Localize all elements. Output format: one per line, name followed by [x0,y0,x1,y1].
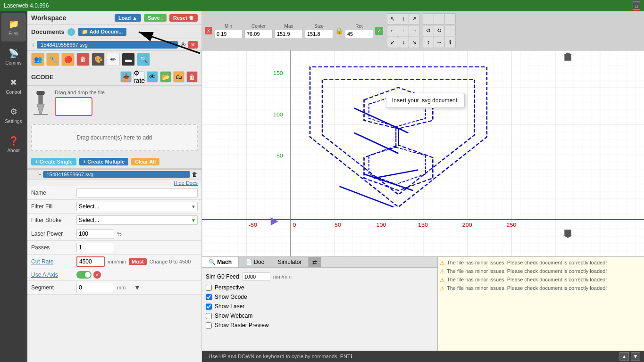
filter-fill-select[interactable]: Select... [76,202,198,211]
rotate-cw-btn[interactable]: ↻ [434,25,445,36]
gcode-btn-generate[interactable]: ⚙ rate [134,71,145,82]
file-delete-icon[interactable]: ✕ [188,41,198,49]
dir-sw[interactable]: ↙ [387,37,398,48]
dir-se[interactable]: ↘ [409,37,420,48]
create-multiple-button[interactable]: + Create Multiple [79,158,128,165]
flip-h-btn[interactable]: ↔ [434,37,445,48]
svg-text:100: 100 [376,222,386,228]
transform-max-input[interactable] [275,30,303,38]
sidebar-item-about[interactable]: ❓ About [1,130,26,158]
tab-mach[interactable]: 🔍 Mach [202,257,239,267]
canvas-svg: 150 100 50 -50 0 50 100 150 200 250 [202,50,644,256]
tool-btn-8[interactable]: 🔍 [137,53,150,66]
perspective-checkbox[interactable] [206,285,212,291]
maximize-button[interactable]: □ [633,2,640,9]
tab-swap-icon[interactable]: ⇄ [309,257,321,267]
show-raster-checkbox[interactable] [206,322,212,329]
documents-bar: Documents i 📁 Add Docum... [27,25,201,39]
dir-nw[interactable]: ↖ [387,13,398,25]
sidebar-item-control[interactable]: ✖ Control [1,72,26,100]
toggle-on[interactable] [76,271,92,279]
sidebar-item-files[interactable]: 📁 Files [1,13,26,41]
tooltip-text: Insert your .svg document. [392,97,459,104]
use-a-axis-label[interactable]: Use A Axis [31,272,74,278]
create-buttons-row: + Create Single + Create Multiple Clear … [27,155,201,169]
gcode-btn-4[interactable]: 🗂 [173,71,184,82]
add-document-button[interactable]: 📁 Add Docum... [78,28,127,36]
cut-rate-input[interactable] [76,256,105,267]
show-gcode-checkbox[interactable] [206,294,212,300]
info-btn[interactable]: ℹ [444,37,456,48]
warn-icon-1: ⚠ [440,260,445,266]
tool-btn-5[interactable]: 🎨 [92,53,105,66]
rotate-ccw-btn[interactable]: ↺ [423,25,434,36]
file-name[interactable]: 1548419558667.svg [37,41,178,49]
segment-dropdown-icon[interactable]: ▼ [134,284,141,291]
dir-s[interactable]: ↓ [398,37,409,48]
tool-btn-1[interactable]: 👥 [31,53,44,66]
laser-power-input[interactable] [76,229,114,239]
tool-btn-7[interactable]: ▬ [122,53,135,66]
name-input[interactable] [76,188,198,197]
gcode-btn-view[interactable]: 👁 [147,71,158,82]
clear-all-button[interactable]: Clear All [131,158,159,165]
rot-apply-btn[interactable]: ✓ [375,27,383,35]
transform-max-label: Max [275,24,303,29]
sidebar-item-comms[interactable]: 📡 Comms [1,42,26,71]
dir-ne[interactable]: ↗ [409,13,420,25]
show-webcam-checkbox[interactable] [206,313,212,319]
drop-target-box[interactable] [55,97,92,116]
use-a-axis-toggle[interactable]: ✕ [76,271,101,279]
transform-min-label: Min [214,24,243,29]
scroll-down-btn[interactable]: ▼ [631,352,640,361]
files-icon: 📁 [8,19,19,29]
tool-btn-6[interactable]: ✏ [107,53,120,66]
filter-stroke-select[interactable]: Select... [76,215,198,225]
transform-rot-field: Rot [345,24,373,38]
dir-center[interactable]: · [398,25,409,36]
drag-drop-hint: Drag and drop the file. [55,90,106,95]
reset-button[interactable]: Reset 🗑 [169,14,198,22]
expand-icon[interactable]: + [31,41,35,49]
flip-v-btn[interactable]: ↕ [423,37,434,48]
gcode-btn-1[interactable]: 📥 [120,71,132,82]
svg-text:100: 100 [273,112,283,117]
gcode-btn-3[interactable]: 📂 [160,71,171,82]
transform-center-input[interactable] [244,30,273,38]
segment-unit: mm [117,285,131,290]
eye-icon[interactable]: 👁 [180,41,186,49]
transform-rot-input[interactable] [345,30,373,38]
tool-btn-3[interactable]: 🔴 [61,53,75,66]
segment-input[interactable] [76,283,114,292]
create-single-button[interactable]: + Create Single [31,158,76,165]
gcode-btn-delete[interactable]: 🗑 [186,71,198,82]
transform-min-input[interactable] [214,30,243,38]
tool-btn-2[interactable]: 🔧 [46,53,59,66]
segment-label: Segment [31,284,74,291]
scroll-up-btn[interactable]: ▲ [619,352,629,361]
hide-docs-link[interactable]: Hide Docs [170,179,201,187]
tool-btn-4[interactable]: 🗑 [76,53,90,66]
documents-help-icon[interactable]: i [67,28,75,36]
show-laser-checkbox[interactable] [206,304,212,310]
sub-file-name[interactable]: 1548419558667.svg [43,171,190,178]
sub-file-delete-icon[interactable]: 🗑 [192,171,198,178]
save-button[interactable]: Save . [144,14,167,22]
warning-text-2: The file has minor issues. Please check … [447,268,607,274]
dir-w[interactable]: ← [387,25,398,36]
laser-power-label: Laser Power [31,230,74,237]
toggle-x[interactable]: ✕ [93,271,101,279]
dir-e[interactable]: → [409,25,420,36]
tab-doc[interactable]: 📄 Doc [239,257,271,267]
transform-size-input[interactable] [305,30,333,38]
canvas-area[interactable]: 150 100 50 -50 0 50 100 150 200 250 [202,50,644,256]
drag-drop-area[interactable]: Drag document(s) here to add [31,124,198,151]
load-button[interactable]: Load ▲ [115,14,141,22]
warning-text-1: The file has minor issues. Please check … [447,260,607,265]
dir-n[interactable]: ↑ [398,13,409,25]
sidebar-item-settings[interactable]: ⚙ Settings [1,101,26,129]
tab-simulator[interactable]: Simulator [271,257,309,267]
passes-input[interactable] [76,243,114,252]
sim-g0-feed-input[interactable] [242,272,270,281]
cut-rate-label[interactable]: Cut Rate [31,258,74,265]
